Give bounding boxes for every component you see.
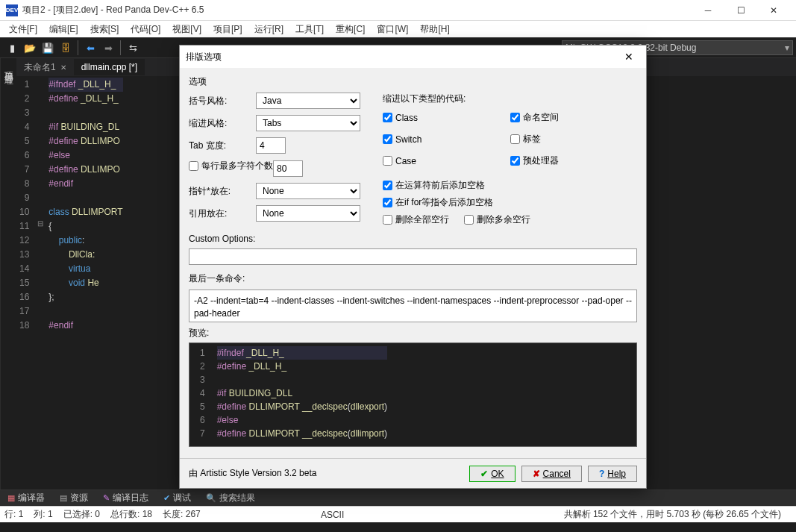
menu-refactor[interactable]: 重构[C] bbox=[330, 22, 371, 37]
menu-search[interactable]: 搜索[S] bbox=[84, 22, 125, 37]
status-encoding: ASCII bbox=[321, 510, 344, 520]
minimize-button[interactable]: ─ bbox=[692, 0, 724, 21]
lastcmd-box: -A2 --indent=tab=4 --indent-classes --in… bbox=[189, 290, 637, 322]
ok-button[interactable]: ✔OK bbox=[469, 466, 515, 482]
status-total: 总行数: 18 bbox=[110, 508, 152, 521]
cb-class[interactable]: Class bbox=[383, 111, 510, 124]
menu-window[interactable]: 窗口[W] bbox=[371, 22, 414, 37]
status-parse: 共解析 152 个文件，用时 5.703 秒 (每秒 26.65 个文件) bbox=[564, 508, 781, 521]
fold-column: ⊟ bbox=[35, 76, 46, 489]
dialog-body: 选项 括号风格: Java 缩进风格: Tabs Tab 宽度: 每行最多字符个… bbox=[180, 68, 646, 458]
maxchar-checkbox[interactable]: 每行最多字符个数 bbox=[189, 160, 273, 172]
app-icon: DEV bbox=[6, 4, 18, 16]
save-all-icon[interactable]: 🗄 bbox=[57, 40, 74, 56]
indent-style-label: 缩进风格: bbox=[189, 117, 256, 130]
dialog-titlebar: 排版选项 ✕ bbox=[180, 46, 646, 68]
cb-label[interactable]: 标签 bbox=[510, 133, 638, 145]
editor-tab-1[interactable]: dllmain.cpp [*] bbox=[74, 59, 145, 75]
dialog-footer: 由 Artistic Style Version 3.2 beta ✔OK ✘C… bbox=[180, 458, 646, 488]
menu-code[interactable]: 代码[O] bbox=[125, 22, 166, 37]
editor-tab-0[interactable]: 未命名1✕ bbox=[16, 58, 74, 77]
tabwidth-input[interactable] bbox=[256, 137, 286, 154]
help-button[interactable]: ?Help bbox=[588, 466, 637, 482]
preview-label: 预览: bbox=[189, 327, 637, 339]
cancel-button[interactable]: ✘Cancel bbox=[521, 466, 582, 482]
cb-padop[interactable]: 在运算符前后添加空格 bbox=[383, 179, 637, 192]
line-gutter: 123456789101112131415161718 bbox=[16, 76, 35, 489]
window-title: 项目2 - [项目2.dev] - Red Panda Dev-C++ 6.5 bbox=[22, 4, 692, 16]
cb-delextra[interactable]: 删除多余空行 bbox=[464, 213, 530, 226]
menu-file[interactable]: 文件[F] bbox=[3, 22, 43, 37]
side-tab-project[interactable]: 项目管理 bbox=[1, 58, 16, 489]
tabwidth-label: Tab 宽度: bbox=[189, 140, 256, 152]
indent-types-title: 缩进以下类型的代码: bbox=[383, 93, 637, 105]
dialog-title: 排版选项 bbox=[186, 51, 222, 63]
status-row: 行: 1 bbox=[4, 508, 23, 521]
btab-compiler[interactable]: ▦编译器 bbox=[0, 489, 52, 507]
btab-resources[interactable]: ▤资源 bbox=[52, 489, 95, 507]
menu-help[interactable]: 帮助[H] bbox=[414, 22, 455, 37]
options-section-title: 选项 bbox=[189, 75, 637, 88]
menu-run[interactable]: 运行[R] bbox=[248, 22, 289, 37]
code-lines: #ifndef _DLL_H_ #define _DLL_H_ #if BUIL… bbox=[46, 76, 125, 489]
custom-options-label: Custom Options: bbox=[189, 234, 637, 244]
pointer-label: 指针*放在: bbox=[189, 185, 256, 198]
format-options-dialog: 排版选项 ✕ 选项 括号风格: Java 缩进风格: Tabs Tab 宽度: … bbox=[179, 45, 647, 489]
close-button[interactable]: ✕ bbox=[757, 0, 790, 21]
lastcmd-label: 最后一条命令: bbox=[189, 272, 637, 285]
cb-namespace[interactable]: 命名空间 bbox=[510, 111, 638, 124]
reference-select[interactable]: None bbox=[256, 205, 360, 222]
save-icon[interactable]: 💾 bbox=[40, 40, 56, 56]
menubar: 文件[F] 编辑[E] 搜索[S] 代码[O] 视图[V] 项目[P] 运行[R… bbox=[0, 21, 796, 37]
status-sel: 已选择: 0 bbox=[63, 508, 100, 521]
open-folder-icon[interactable]: 📂 bbox=[22, 40, 38, 56]
menu-view[interactable]: 视图[V] bbox=[166, 22, 207, 37]
cb-preproc[interactable]: 预处理器 bbox=[510, 154, 638, 167]
indent-style-select[interactable]: Tabs bbox=[256, 115, 360, 131]
cb-case[interactable]: Case bbox=[383, 154, 510, 167]
maxchar-input[interactable] bbox=[273, 160, 303, 177]
back-icon[interactable]: ⬅ bbox=[82, 40, 98, 56]
forward-icon[interactable]: ➡ bbox=[100, 40, 116, 56]
status-len: 长度: 267 bbox=[163, 508, 201, 521]
cb-switch[interactable]: Switch bbox=[383, 133, 510, 145]
bottom-tabs: ▦编译器 ▤资源 ✎编译日志 ✔调试 🔍搜索结果 bbox=[0, 489, 796, 506]
btab-debug[interactable]: ✔调试 bbox=[156, 489, 198, 507]
bracket-style-select[interactable]: Java bbox=[256, 93, 360, 109]
bracket-style-label: 括号风格: bbox=[189, 95, 256, 107]
toggle-icon[interactable]: ⇆ bbox=[125, 40, 141, 56]
pointer-select[interactable]: None bbox=[256, 183, 360, 199]
close-icon[interactable]: ✕ bbox=[60, 63, 66, 72]
menu-project[interactable]: 项目[P] bbox=[207, 22, 248, 37]
cb-delempty[interactable]: 删除全部空行 bbox=[383, 213, 449, 226]
reference-label: 引用放在: bbox=[189, 207, 256, 220]
cb-padheader[interactable]: 在if for等指令后添加空格 bbox=[383, 196, 637, 209]
maximize-button[interactable]: ☐ bbox=[724, 0, 757, 21]
footer-credit: 由 Artistic Style Version 3.2 beta bbox=[189, 467, 316, 480]
menu-tools[interactable]: 工具[T] bbox=[289, 22, 330, 37]
btab-compilelog[interactable]: ✎编译日志 bbox=[95, 489, 156, 507]
menu-edit[interactable]: 编辑[E] bbox=[43, 22, 84, 37]
btab-search[interactable]: 🔍搜索结果 bbox=[198, 489, 263, 507]
titlebar: DEV 项目2 - [项目2.dev] - Red Panda Dev-C++ … bbox=[0, 0, 796, 21]
new-file-icon[interactable]: ▮ bbox=[4, 40, 20, 56]
sidebar-left: 项目管理 结构 👁监视 文件 bbox=[0, 58, 16, 489]
status-col: 列: 1 bbox=[34, 508, 52, 521]
side-tab-structure[interactable]: 结构 bbox=[0, 58, 1, 489]
preview-pane: 1234567 #ifndef _DLL_H_ #define _DLL_H_ … bbox=[189, 342, 637, 447]
custom-options-input[interactable] bbox=[189, 248, 637, 265]
statusbar: 行: 1 列: 1 已选择: 0 总行数: 18 长度: 267 ASCII 共… bbox=[0, 506, 796, 522]
dialog-close-icon[interactable]: ✕ bbox=[618, 51, 640, 63]
